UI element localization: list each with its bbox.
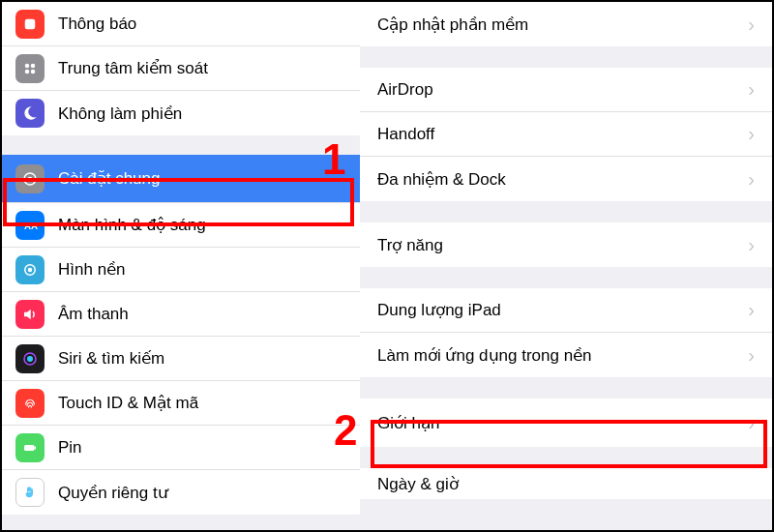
svg-point-9 [28,267,33,272]
group-sharing: AirDrop › Handoff › Đa nhiệm & Dock › [360,68,772,201]
sidebar-label: Màn hình & độ sáng [58,215,206,235]
sidebar-label: Siri & tìm kiếm [58,348,164,369]
group-datetime: Ngày & giờ [360,468,772,499]
row-datetime[interactable]: Ngày & giờ [360,468,772,499]
sidebar-item-privacy[interactable]: Quyền riêng tư [2,470,360,515]
row-restrictions[interactable]: Giới hạn › [360,399,772,447]
annotation-number-2: 2 [334,406,357,455]
notifications-icon [15,10,45,39]
control-center-icon [15,54,45,83]
chevron-right-icon: › [748,234,755,256]
sidebar-label: Quyền riêng tư [58,483,168,503]
sidebar-label: Pin [58,438,82,458]
sidebar-label: Touch ID & Mật mã [58,393,198,413]
sidebar-group-1: Thông báo Trung tâm kiểm soát Không làm … [2,2,360,135]
row-label: Handoff [377,125,434,144]
sidebar-label: Thông báo [58,15,136,34]
group-restrictions: Giới hạn › [360,399,772,447]
siri-icon [15,344,45,373]
row-label: Ngày & giờ [377,474,459,494]
sidebar-item-battery[interactable]: Pin [2,426,360,470]
svg-point-6 [28,176,33,181]
row-label: Đa nhiệm & Dock [377,169,506,190]
svg-point-2 [31,63,36,68]
group-software: Cập nhật phần mềm › [360,2,772,46]
sidebar-item-touchid[interactable]: Touch ID & Mật mã [2,381,360,426]
row-software-update[interactable]: Cập nhật phần mềm › [360,2,772,46]
svg-text:AA: AA [24,220,38,230]
row-multitask[interactable]: Đa nhiệm & Dock › [360,157,772,201]
row-storage[interactable]: Dung lượng iPad › [360,288,772,333]
sidebar-label: Âm thanh [58,305,129,324]
chevron-right-icon: › [748,168,755,191]
sidebar-item-control-center[interactable]: Trung tâm kiểm soát [2,46,360,91]
sidebar-item-display[interactable]: AA Màn hình & độ sáng [2,203,360,248]
row-background-refresh[interactable]: Làm mới ứng dụng trong nền › [360,333,772,377]
chevron-right-icon: › [748,412,755,434]
row-label: Cập nhật phần mềm [377,15,528,35]
group-storage: Dung lượng iPad › Làm mới ứng dụng trong… [360,288,772,377]
display-icon: AA [15,211,45,240]
svg-rect-0 [25,18,36,29]
row-handoff[interactable]: Handoff › [360,112,772,157]
chevron-right-icon: › [748,344,755,367]
svg-rect-12 [24,445,35,451]
chevron-right-icon: › [748,299,755,321]
sound-icon [15,300,45,329]
gear-icon [15,164,45,193]
sidebar-item-notifications[interactable]: Thông báo [2,2,360,46]
sidebar-group-2: Cài đặt chung AA Màn hình & độ sáng Hình… [2,155,360,515]
svg-point-4 [31,69,36,74]
privacy-icon [15,478,45,507]
row-airdrop[interactable]: AirDrop › [360,68,772,112]
row-label: AirDrop [377,80,433,100]
sidebar-item-dnd[interactable]: Không làm phiền [2,91,360,135]
fingerprint-icon [15,389,45,418]
row-label: Giới hạn [377,413,439,433]
sidebar-item-general[interactable]: Cài đặt chung [2,155,360,203]
svg-point-1 [25,63,30,68]
svg-point-3 [25,69,30,74]
battery-icon [15,433,45,462]
annotation-number-1: 1 [322,135,345,184]
row-label: Dung lượng iPad [377,300,501,320]
chevron-right-icon: › [748,14,755,36]
chevron-right-icon: › [748,78,755,101]
row-label: Làm mới ứng dụng trong nền [377,345,592,366]
sidebar-label: Không làm phiền [58,103,182,124]
settings-detail: Cập nhật phần mềm › AirDrop › Handoff › … [360,2,772,530]
moon-icon [15,99,45,128]
sidebar-label: Cài đặt chung [58,168,160,189]
group-accessibility: Trợ năng › [360,222,772,267]
sidebar-item-sounds[interactable]: Âm thanh [2,292,360,337]
svg-point-11 [27,356,33,362]
sidebar-label: Hình nền [58,259,126,280]
sidebar-label: Trung tâm kiểm soát [58,58,208,78]
svg-rect-13 [35,446,37,449]
sidebar-item-siri[interactable]: Siri & tìm kiếm [2,337,360,381]
row-accessibility[interactable]: Trợ năng › [360,222,772,267]
row-label: Trợ năng [377,235,443,255]
wallpaper-icon [15,255,45,284]
chevron-right-icon: › [748,123,755,145]
sidebar-item-wallpaper[interactable]: Hình nền [2,248,360,292]
settings-sidebar: Thông báo Trung tâm kiểm soát Không làm … [2,2,360,530]
